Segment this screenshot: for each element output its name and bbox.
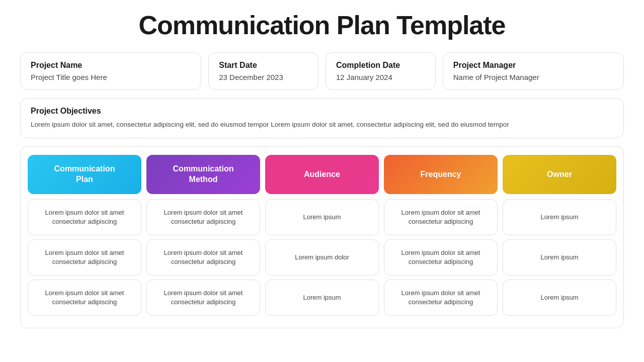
- cell-r2-c1: Lorem ipsum dolor sit amet consectetur a…: [28, 239, 141, 276]
- col-header-audience: Audience: [265, 155, 379, 194]
- project-name-card: Project Name Project Title goes Here: [20, 52, 201, 90]
- objectives-card: Project Objectives Lorem ipsum dolor sit…: [20, 98, 624, 138]
- cell-r1-c2: Lorem ipsum dolor sit amet consectetur a…: [146, 199, 260, 235]
- cell-r2-c4: Lorem ipsum dolor sit amet consectetur a…: [384, 239, 498, 276]
- project-manager-card: Project Manager Name of Project Manager: [443, 52, 624, 90]
- cell-r3-c3: Lorem ipsum: [265, 280, 379, 316]
- col-header-method: CommunicationMethod: [146, 155, 260, 194]
- cell-r1-c5: Lorem ipsum: [503, 199, 616, 235]
- start-date-value: 23 December 2023: [219, 73, 308, 81]
- cell-r1-c3: Lorem ipsum: [265, 199, 379, 235]
- completion-date-card: Completion Date 12 January 2024: [326, 52, 436, 90]
- cell-r1-c1: Lorem ipsum dolor sit amet consectetur a…: [28, 199, 141, 235]
- table-row: Lorem ipsum dolor sit amet consectetur a…: [28, 199, 616, 235]
- page-wrapper: Communication Plan Template Project Name…: [0, 0, 644, 362]
- cell-r2-c5: Lorem ipsum: [503, 239, 616, 276]
- col-header-frequency: Frequency: [384, 155, 498, 194]
- project-manager-label: Project Manager: [453, 61, 613, 70]
- info-cards-row: Project Name Project Title goes Here Sta…: [20, 52, 624, 90]
- cell-r1-c4: Lorem ipsum dolor sit amet consectetur a…: [384, 199, 498, 235]
- project-manager-value: Name of Project Manager: [453, 73, 613, 81]
- cell-r2-c3: Lorem ipsum dolor: [265, 239, 379, 276]
- project-name-value: Project Title goes Here: [31, 73, 191, 81]
- table-row: Lorem ipsum dolor sit amet consectetur a…: [28, 239, 616, 276]
- completion-date-label: Completion Date: [336, 61, 425, 70]
- start-date-card: Start Date 23 December 2023: [208, 52, 318, 90]
- page-title: Communication Plan Template: [20, 10, 624, 40]
- start-date-label: Start Date: [219, 61, 308, 70]
- table-row: Lorem ipsum dolor sit amet consectetur a…: [28, 280, 616, 316]
- cell-r3-c2: Lorem ipsum dolor sit amet consectetur a…: [146, 280, 260, 316]
- objectives-text: Lorem ipsum dolor sit amet, consectetur …: [31, 120, 613, 130]
- col-header-owner: Owner: [503, 155, 616, 194]
- table-header-row: CommunicationPlan CommunicationMethod Au…: [28, 155, 616, 194]
- cell-r3-c4: Lorem ipsum dolor sit amet consectetur a…: [384, 280, 498, 316]
- communication-table: CommunicationPlan CommunicationMethod Au…: [20, 146, 624, 328]
- col-header-plan: CommunicationPlan: [28, 155, 141, 194]
- completion-date-value: 12 January 2024: [336, 73, 425, 81]
- project-name-label: Project Name: [31, 61, 191, 70]
- objectives-label: Project Objectives: [31, 107, 613, 116]
- cell-r3-c1: Lorem ipsum dolor sit amet consectetur a…: [28, 280, 141, 316]
- cell-r3-c5: Lorem ipsum: [503, 280, 616, 316]
- cell-r2-c2: Lorem ipsum dolor sit amet consectetur a…: [146, 239, 260, 276]
